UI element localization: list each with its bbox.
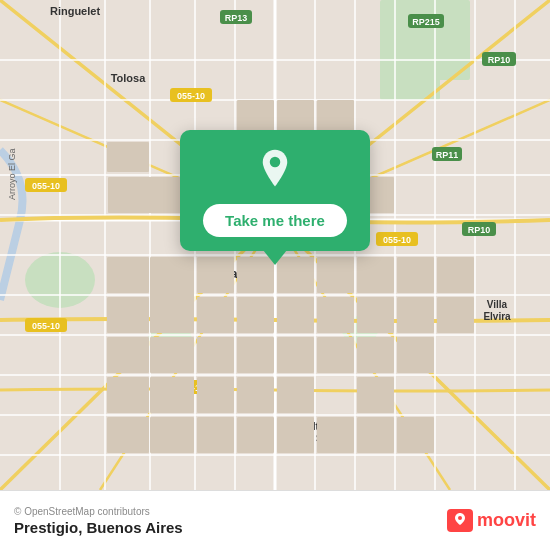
svg-rect-105 bbox=[357, 337, 394, 373]
svg-rect-96 bbox=[107, 377, 149, 413]
take-me-there-button[interactable]: Take me there bbox=[203, 204, 347, 237]
svg-rect-95 bbox=[150, 337, 194, 373]
svg-rect-98 bbox=[197, 337, 234, 373]
map-container: RP13 RP215 RP10 RP11 RP10 055-10 055-10 … bbox=[0, 0, 550, 490]
svg-text:Arroyo El Ga: Arroyo El Ga bbox=[7, 148, 17, 200]
svg-rect-115 bbox=[397, 297, 434, 333]
svg-text:Ringuelet: Ringuelet bbox=[50, 5, 100, 17]
svg-rect-84 bbox=[197, 257, 234, 293]
svg-rect-91 bbox=[277, 297, 314, 333]
svg-rect-89 bbox=[197, 297, 234, 333]
svg-point-122 bbox=[458, 516, 462, 520]
osm-credit: © OpenStreetMap contributors bbox=[14, 506, 447, 517]
svg-text:RP215: RP215 bbox=[412, 17, 440, 27]
svg-rect-109 bbox=[197, 417, 234, 453]
svg-rect-100 bbox=[277, 337, 314, 373]
svg-rect-113 bbox=[357, 417, 394, 453]
svg-rect-108 bbox=[150, 417, 194, 453]
svg-rect-92 bbox=[317, 297, 354, 333]
moovit-icon bbox=[447, 509, 473, 532]
svg-rect-104 bbox=[277, 377, 314, 413]
svg-rect-101 bbox=[317, 337, 354, 373]
svg-rect-112 bbox=[317, 417, 354, 453]
svg-text:Tolosa: Tolosa bbox=[111, 72, 147, 84]
svg-rect-81 bbox=[107, 257, 149, 293]
bottom-bar: © OpenStreetMap contributors Prestigio, … bbox=[0, 490, 550, 550]
svg-rect-83 bbox=[150, 257, 194, 333]
svg-rect-94 bbox=[107, 337, 149, 373]
svg-text:RP10: RP10 bbox=[488, 55, 511, 65]
svg-rect-110 bbox=[237, 417, 274, 453]
svg-text:055-10: 055-10 bbox=[383, 235, 411, 245]
popup-card: Take me there bbox=[180, 130, 370, 251]
svg-rect-103 bbox=[237, 377, 274, 413]
location-pin-icon bbox=[254, 148, 296, 190]
svg-text:055-10: 055-10 bbox=[177, 91, 205, 101]
location-name: Prestigio, Buenos Aires bbox=[14, 519, 447, 536]
svg-rect-67 bbox=[107, 142, 149, 172]
svg-text:RP13: RP13 bbox=[225, 13, 248, 23]
svg-rect-88 bbox=[357, 257, 394, 293]
svg-rect-90 bbox=[237, 297, 274, 333]
moovit-logo[interactable]: moovit bbox=[447, 509, 536, 532]
svg-rect-93 bbox=[357, 297, 394, 333]
moovit-label: moovit bbox=[477, 510, 536, 531]
svg-rect-118 bbox=[437, 257, 474, 293]
svg-text:RP11: RP11 bbox=[436, 150, 459, 160]
svg-rect-97 bbox=[150, 377, 194, 413]
svg-rect-116 bbox=[397, 337, 434, 373]
svg-rect-117 bbox=[397, 417, 434, 453]
svg-text:055-10: 055-10 bbox=[32, 181, 60, 191]
svg-rect-82 bbox=[107, 297, 149, 333]
svg-text:055-10: 055-10 bbox=[32, 321, 60, 331]
svg-rect-106 bbox=[357, 377, 394, 413]
location-info: © OpenStreetMap contributors Prestigio, … bbox=[14, 506, 447, 536]
svg-rect-111 bbox=[277, 417, 314, 453]
svg-rect-99 bbox=[237, 337, 274, 373]
svg-rect-114 bbox=[397, 257, 434, 293]
svg-rect-87 bbox=[317, 257, 354, 293]
svg-point-121 bbox=[270, 157, 281, 168]
svg-rect-107 bbox=[107, 417, 149, 453]
svg-rect-102 bbox=[197, 377, 234, 413]
svg-text:Villa: Villa bbox=[487, 299, 508, 310]
svg-rect-119 bbox=[437, 297, 474, 333]
svg-text:RP10: RP10 bbox=[468, 225, 491, 235]
svg-text:Elvira: Elvira bbox=[483, 311, 511, 322]
